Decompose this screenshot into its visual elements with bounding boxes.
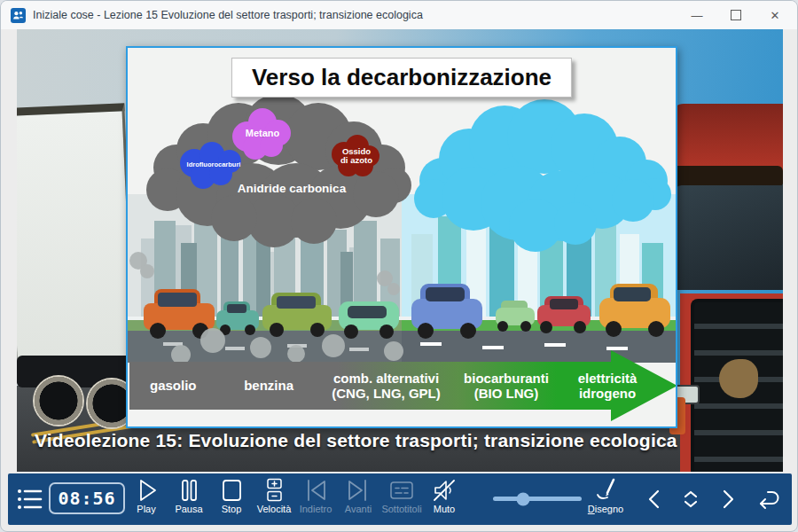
app-icon: [11, 8, 26, 23]
chevron-right-icon: [715, 486, 741, 512]
playlist-button[interactable]: [12, 486, 47, 512]
anidride-carbonica-label: Anidride carbonica: [216, 183, 367, 196]
expand-collapse-button[interactable]: [676, 486, 706, 516]
white-trailer-truck: [17, 103, 137, 383]
roadside-bush: [719, 359, 758, 398]
prev-button[interactable]: [639, 486, 669, 516]
metano-label: Metano: [225, 128, 300, 138]
ossido-di-azoto-label: Ossidodi azoto: [325, 147, 388, 166]
people-icon: [12, 10, 24, 21]
skip-back-icon: [302, 478, 329, 503]
play-icon: [133, 478, 160, 503]
fuel-labels: gasolio benzina comb. alternativi(CNG, L…: [129, 350, 676, 421]
fuel-label-gasolio: gasolio: [150, 378, 197, 393]
next-button[interactable]: [713, 486, 743, 516]
fuel-label-biocarburanti: biocarburanti(BIO LNG): [464, 371, 549, 402]
skip-forward-icon: [345, 478, 372, 503]
maximize-button[interactable]: [717, 1, 755, 29]
pause-icon: [176, 478, 202, 503]
maximize-icon: [731, 10, 741, 20]
video-area[interactable]: Verso la decarbonizzazione Idrofluorocar…: [17, 29, 783, 472]
stop-icon: [218, 478, 245, 503]
pen-icon: [592, 478, 619, 503]
chevrons-up-down-icon: [677, 486, 704, 512]
close-button[interactable]: ✕: [756, 1, 794, 29]
chevron-left-icon: [641, 486, 668, 512]
fuel-label-comb-alternativi: comb. alternativi(CNG, LNG, GPL): [332, 371, 441, 402]
slider-thumb[interactable]: [517, 492, 530, 505]
idrofluorocarburi-label: Idrofluorocarburi: [168, 161, 260, 168]
title-bar: Iniziale cose - Lezione 15 Evoluzione de…: [1, 1, 797, 29]
window-title: Iniziale cose - Lezione 15 Evoluzione de…: [33, 9, 423, 21]
subtitles-icon: [388, 478, 415, 503]
return-arrow-icon: [752, 486, 782, 512]
fuel-label-benzina: benzina: [244, 378, 293, 393]
fuel-label-elettricita-idrogeno: elettricitàidrogeno: [578, 371, 638, 402]
lesson-timer: 08:56: [49, 482, 125, 514]
return-button[interactable]: [749, 486, 785, 516]
app-window: Iniziale cose - Lezione 15 Evoluzione de…: [0, 0, 798, 532]
slide-title: Verso la decarbonizzazione: [231, 58, 572, 98]
speed-plus-minus-icon: [261, 478, 287, 503]
presentation-slide: Verso la decarbonizzazione Idrofluorocar…: [126, 46, 677, 428]
mute-icon: [431, 478, 458, 503]
playlist-icon: [15, 486, 43, 512]
draw-button[interactable]: Disegno: [581, 478, 630, 514]
mute-button[interactable]: Muto: [419, 478, 469, 514]
player-toolbar: 08:56 Play Pausa Stop: [8, 473, 792, 525]
minimize-button[interactable]: —: [678, 1, 716, 29]
volume-slider[interactable]: [493, 497, 582, 501]
video-caption: Videolezione 15: Evoluzione del settore …: [35, 430, 677, 451]
trailer-wheel: [33, 375, 84, 426]
